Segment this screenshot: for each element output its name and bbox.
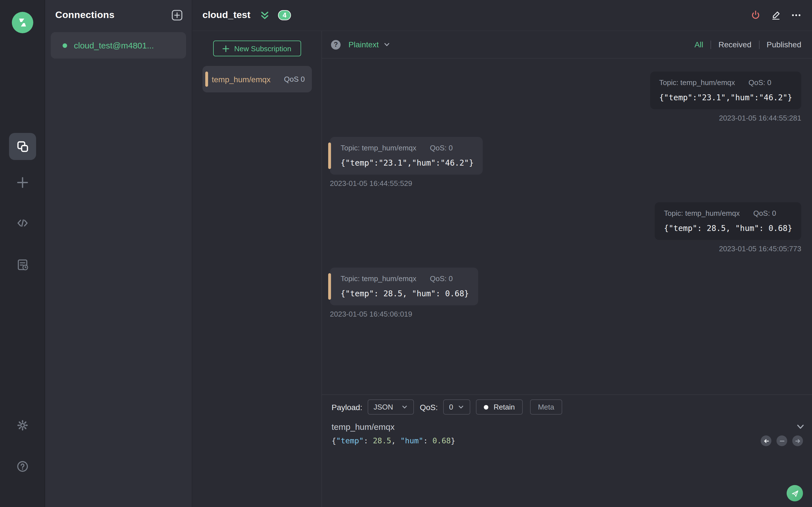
- message-bubble[interactable]: Topic: temp_hum/emqx QoS: 0 {"temp": 28.…: [655, 202, 801, 240]
- new-subscription-button[interactable]: New Subscription: [213, 41, 301, 56]
- qos-label: QoS:: [420, 402, 438, 411]
- help-icon[interactable]: [16, 460, 29, 473]
- chevron-down-icon: [458, 403, 465, 411]
- message-topic: Topic: temp_hum/emqx: [341, 144, 416, 152]
- subscription-topic: temp_hum/emqx: [212, 75, 271, 83]
- payload-format-select[interactable]: JSON: [368, 399, 414, 414]
- subscription-qos: QoS 0: [284, 75, 305, 83]
- message-meta: Topic: temp_hum/emqx QoS: 0: [341, 274, 469, 283]
- message-bubble[interactable]: Topic: temp_hum/emqx QoS: 0 {"temp":"23.…: [650, 71, 801, 109]
- message-qos: QoS: 0: [753, 209, 776, 217]
- script-icon[interactable]: [16, 216, 29, 230]
- connection-name: cloud_test@m4801...: [74, 41, 154, 50]
- mqttx-logo: [12, 12, 33, 33]
- message-timestamp: 2023-01-05 16:45:06:019: [330, 310, 412, 318]
- retain-label: Retain: [494, 403, 515, 411]
- subscription-item[interactable]: temp_hum/emqx QoS 0: [202, 66, 312, 93]
- message-meta: Topic: temp_hum/emqx QoS: 0: [659, 78, 792, 87]
- retain-toggle[interactable]: Retain: [476, 399, 523, 414]
- message-list: Topic: temp_hum/emqx QoS: 0 {"temp":"23.…: [322, 59, 812, 394]
- meta-label: Meta: [538, 403, 554, 411]
- message: Topic: temp_hum/emqx QoS: 0 {"temp": 28.…: [330, 268, 801, 318]
- message-history-controls: [761, 436, 803, 446]
- more-options-button[interactable]: [791, 10, 802, 21]
- log-icon[interactable]: [16, 258, 29, 272]
- connection-title: cloud_test: [202, 10, 250, 21]
- publish-topic-row: temp_hum/emqx: [332, 422, 805, 432]
- collapse-connection-icon[interactable]: [259, 9, 271, 21]
- message-qos: QoS: 0: [430, 274, 453, 283]
- connections-title: Connections: [55, 10, 114, 21]
- message: Topic: temp_hum/emqx QoS: 0 {"temp": 28.…: [330, 202, 801, 253]
- qos-selected: 0: [449, 403, 453, 411]
- header-actions: [750, 10, 802, 21]
- message-topic: Topic: temp_hum/emqx: [341, 274, 416, 283]
- message-payload: {"temp": 28.5, "hum": 0.68}: [341, 289, 469, 298]
- message-payload: {"temp": 28.5, "hum": 0.68}: [664, 224, 792, 233]
- qos-select[interactable]: 0: [444, 399, 470, 414]
- message-timestamp: 2023-01-05 16:45:05:773: [719, 244, 801, 253]
- settings-gear-icon[interactable]: [16, 418, 29, 432]
- arrow-left-icon: [763, 438, 769, 444]
- filter-tab-all[interactable]: All: [695, 40, 703, 49]
- publish-controls: Payload: JSON QoS: 0: [322, 395, 812, 414]
- message-filters: AllReceivedPublished: [695, 40, 801, 49]
- payload-editor[interactable]: {"temp": 28.5, "hum": 0.68}: [332, 436, 812, 445]
- main-body: New Subscription temp_hum/emqx QoS 0 ? P…: [192, 31, 812, 507]
- connection-header: cloud_test 4: [192, 0, 812, 31]
- message-bubble[interactable]: Topic: temp_hum/emqx QoS: 0 {"temp":"23.…: [330, 137, 483, 175]
- message: Topic: temp_hum/emqx QoS: 0 {"temp":"23.…: [330, 71, 801, 122]
- message-payload: {"temp":"23.1","hum":"46.2"}: [659, 93, 792, 102]
- message-payload: {"temp":"23.1","hum":"46.2"}: [341, 158, 474, 167]
- sidebar-item-connections[interactable]: [9, 133, 36, 160]
- payload-label: Payload:: [332, 402, 362, 411]
- history-next-button[interactable]: [792, 436, 803, 446]
- filter-separator: [711, 40, 711, 49]
- send-paper-plane-icon: [790, 489, 799, 498]
- publish-panel: Payload: JSON QoS: 0: [322, 394, 812, 507]
- message-qos: QoS: 0: [749, 78, 771, 87]
- connections-header: Connections: [45, 0, 192, 29]
- payload-format-value: Plaintext: [349, 40, 378, 49]
- format-help-icon[interactable]: ?: [331, 40, 341, 49]
- add-connection-button[interactable]: [171, 10, 183, 21]
- history-prev-button[interactable]: [761, 436, 771, 446]
- arrow-right-icon: [794, 438, 801, 444]
- payload-format-dropdown[interactable]: Plaintext: [349, 40, 391, 49]
- connections-panel: Connections cloud_test@m4801...: [45, 0, 192, 507]
- subscriptions-column: New Subscription temp_hum/emqx QoS 0: [192, 31, 322, 507]
- filter-tab-published[interactable]: Published: [767, 40, 801, 49]
- mqttx-logo-icon: [16, 16, 29, 29]
- retain-radio-dot: [484, 405, 489, 409]
- plus-icon: [222, 45, 230, 52]
- message-meta: Topic: temp_hum/emqx QoS: 0: [341, 144, 474, 152]
- send-button[interactable]: [786, 485, 803, 501]
- chevron-down-icon: [383, 41, 391, 48]
- collapse-publish-icon[interactable]: [796, 422, 805, 432]
- connection-list-item[interactable]: cloud_test@m4801...: [51, 32, 186, 59]
- topic-input[interactable]: temp_hum/emqx: [332, 422, 796, 432]
- subscription-color-bar: [205, 71, 208, 87]
- filter-separator: [759, 40, 759, 49]
- message-bubble[interactable]: Topic: temp_hum/emqx QoS: 0 {"temp": 28.…: [330, 268, 478, 305]
- message-timestamp: 2023-01-05 16:44:55:529: [330, 179, 412, 187]
- messages-area: ? Plaintext AllReceivedPublished Topic: …: [322, 31, 812, 507]
- filter-tab-received[interactable]: Received: [718, 40, 751, 49]
- message-topic: Topic: temp_hum/emqx: [664, 209, 740, 217]
- new-connection-icon[interactable]: [16, 176, 29, 189]
- disconnect-power-button[interactable]: [750, 10, 761, 21]
- message: Topic: temp_hum/emqx QoS: 0 {"temp":"23.…: [330, 137, 801, 187]
- message-qos: QoS: 0: [430, 144, 453, 152]
- message-count-badge: 4: [278, 10, 291, 20]
- messages-toolbar: ? Plaintext AllReceivedPublished: [322, 31, 812, 59]
- edit-connection-button[interactable]: [770, 10, 781, 21]
- payload-format-selected: JSON: [373, 403, 393, 411]
- new-subscription-label: New Subscription: [234, 44, 291, 53]
- message-timestamp: 2023-01-05 16:44:55:281: [719, 114, 801, 122]
- chevron-down-icon: [401, 403, 409, 411]
- meta-button[interactable]: Meta: [530, 399, 562, 414]
- history-clear-button[interactable]: [776, 436, 787, 446]
- connected-status-dot: [63, 43, 67, 48]
- message-meta: Topic: temp_hum/emqx QoS: 0: [664, 209, 792, 217]
- connections-icon: [15, 139, 30, 154]
